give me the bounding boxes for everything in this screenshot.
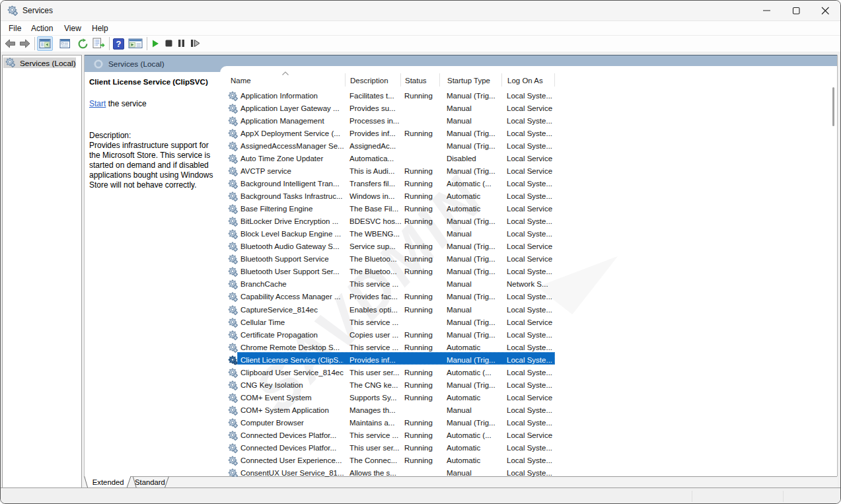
- svg-text:?: ?: [116, 39, 122, 49]
- svg-text:Standard: Standard: [135, 478, 165, 486]
- svg-text:Extended: Extended: [92, 478, 124, 486]
